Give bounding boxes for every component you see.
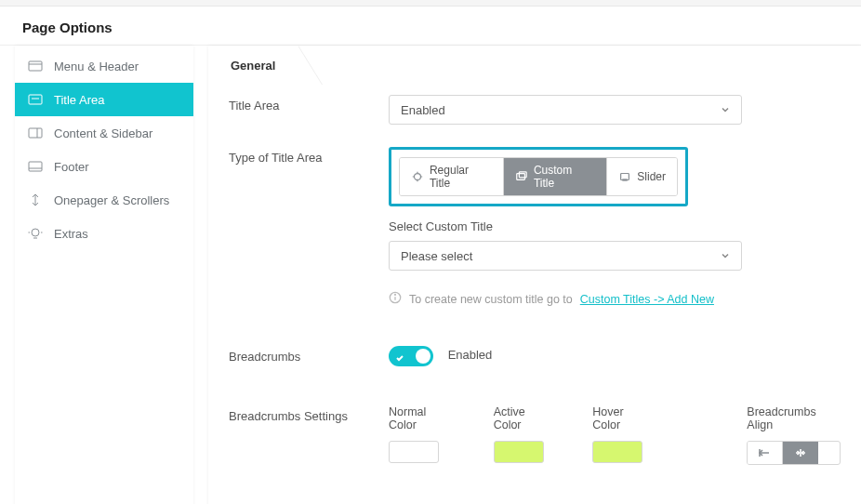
sidebar-item-label: Onepager & Scrollers xyxy=(54,193,169,207)
breadcrumbs-state: Enabled xyxy=(448,348,493,362)
type-segmented: Regular Title Custom Title Slider xyxy=(399,157,678,196)
svg-rect-2 xyxy=(29,95,42,104)
svg-point-9 xyxy=(32,229,39,236)
svg-rect-18 xyxy=(517,174,525,180)
type-highlight: Regular Title Custom Title Slider xyxy=(389,147,688,206)
sidebar: Menu & Header Title Area Content & Sideb… xyxy=(15,46,193,504)
main-panel: General Title Area Enabled Type of Title… xyxy=(208,46,861,504)
seg-regular-title[interactable]: Regular Title xyxy=(400,158,504,195)
sidebar-item-label: Content & Sidebar xyxy=(54,126,152,140)
custom-title-value: Please select xyxy=(401,249,472,263)
info-icon xyxy=(389,291,402,307)
sidebar-item-extras[interactable]: Extras xyxy=(15,217,193,250)
sidebar-item-title-area[interactable]: Title Area xyxy=(15,83,193,116)
seg-label: Slider xyxy=(637,170,666,183)
layout-icon xyxy=(28,59,43,73)
align-left-button[interactable] xyxy=(748,442,783,464)
seg-label: Custom Title xyxy=(534,164,595,190)
sidebar-item-label: Footer xyxy=(54,160,89,174)
breadcrumbs-label: Breadcrumbs xyxy=(229,346,389,364)
svg-rect-0 xyxy=(29,61,42,71)
custom-title-select[interactable]: Please select xyxy=(389,241,742,271)
active-color-swatch[interactable] xyxy=(494,441,544,463)
active-color-label: Active Color xyxy=(494,405,554,431)
breadcrumbs-settings-label: Breadcrumbs Settings xyxy=(229,405,389,423)
svg-rect-4 xyxy=(29,128,42,138)
columns-icon xyxy=(28,126,43,140)
hover-color-label: Hover Color xyxy=(592,405,652,431)
title-area-select[interactable]: Enabled xyxy=(389,95,742,125)
lightbulb-icon xyxy=(28,226,43,241)
align-center-button[interactable] xyxy=(783,442,818,464)
breadcrumbs-align-group xyxy=(747,441,841,465)
footer-icon xyxy=(28,159,43,174)
sidebar-item-label: Extras xyxy=(54,227,88,241)
svg-point-26 xyxy=(395,295,396,296)
title-icon xyxy=(28,92,43,107)
sidebar-item-footer[interactable]: Footer xyxy=(15,150,193,183)
page-title: Page Options xyxy=(0,7,861,45)
seg-slider[interactable]: Slider xyxy=(607,158,677,195)
title-area-value: Enabled xyxy=(401,103,445,117)
breadcrumbs-toggle[interactable] xyxy=(389,346,433,366)
sidebar-item-content-sidebar[interactable]: Content & Sidebar xyxy=(15,116,193,150)
chevron-down-icon xyxy=(721,249,730,263)
title-area-label: Title Area xyxy=(229,95,389,113)
sidebar-item-menu-header[interactable]: Menu & Header xyxy=(15,49,193,83)
sidebar-item-label: Menu & Header xyxy=(54,60,139,73)
breadcrumbs-align-label: Breadcrumbs Align xyxy=(747,405,841,431)
seg-label: Regular Title xyxy=(430,164,492,190)
svg-point-13 xyxy=(414,174,420,180)
type-title-area-label: Type of Title Area xyxy=(229,147,389,165)
hover-color-swatch[interactable] xyxy=(592,441,642,463)
hint-text: To create new custom title go to xyxy=(409,293,573,306)
custom-titles-link[interactable]: Custom Titles -> Add New xyxy=(580,293,714,306)
select-custom-title-label: Select Custom Title xyxy=(389,219,841,233)
seg-custom-title[interactable]: Custom Title xyxy=(504,158,607,195)
tab-general[interactable]: General xyxy=(208,46,298,84)
normal-color-label: Normal Color xyxy=(389,405,455,431)
sidebar-item-onepager[interactable]: Onepager & Scrollers xyxy=(15,183,193,217)
chevron-down-icon xyxy=(721,103,730,117)
svg-rect-6 xyxy=(29,162,42,171)
normal-color-swatch[interactable] xyxy=(389,441,439,463)
scroll-icon xyxy=(28,192,43,207)
sidebar-item-label: Title Area xyxy=(54,93,104,107)
